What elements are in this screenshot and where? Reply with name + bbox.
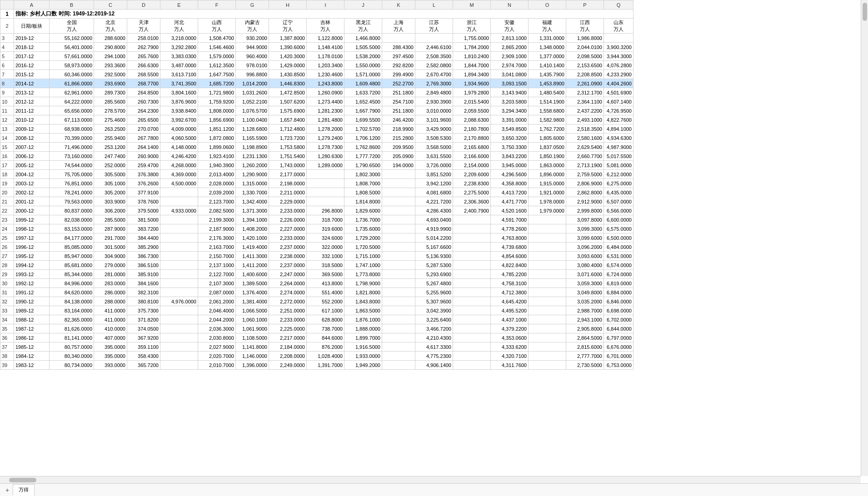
cell-36-3[interactable]: 365.7200 [127, 361, 160, 370]
cell-35-3[interactable]: 358.4300 [127, 352, 160, 361]
cell-13-11[interactable]: 3,631.5500 [415, 152, 453, 161]
cell-33-16[interactable]: 6,797.0000 [604, 333, 634, 342]
cell-13-5[interactable]: 1,923.4100 [198, 152, 236, 161]
cell-1-1[interactable]: 56,401.0000 [50, 43, 94, 52]
cell-0-11[interactable] [415, 34, 453, 43]
cell-9-14[interactable]: 1,582.9800 [529, 115, 566, 124]
cell-1-3[interactable]: 262.7900 [127, 43, 160, 52]
cell-13-1[interactable]: 73,160.0000 [50, 152, 94, 161]
col-header-D[interactable]: D [127, 0, 160, 10]
cell-22-3[interactable]: 384.4400 [127, 233, 160, 243]
cell-25-5[interactable]: 2,137.1000 [198, 261, 236, 270]
cell-35-1[interactable]: 80,340.0000 [50, 352, 94, 361]
cell-18-14[interactable]: 1,978.0000 [529, 197, 566, 206]
cell-25-6[interactable]: 1,411.2000 [236, 261, 269, 270]
cell-10-14[interactable]: 1,762.7200 [529, 124, 566, 134]
cell-9-16[interactable]: 4,822.7600 [604, 115, 634, 124]
table-row[interactable]: 311991-1284,620.0000286.0000382.31002,08… [0, 288, 634, 297]
cell-10-11[interactable]: 3,429.9000 [415, 124, 453, 134]
cell-4-13[interactable]: 3,041.0800 [491, 70, 529, 79]
cell-27-5[interactable]: 2,107.3000 [198, 279, 236, 288]
cell-7-6[interactable]: 1,052.2100 [236, 97, 269, 106]
cell-21-8[interactable]: 319.6000 [307, 224, 344, 233]
cell-14-1[interactable]: 74,544.0000 [50, 161, 94, 170]
table-row[interactable]: 241998-1283,153.0000287.9000383.72002,18… [0, 224, 634, 233]
cell-35-4[interactable] [160, 352, 198, 361]
cell-21-15[interactable]: 3,099.3000 [566, 224, 604, 233]
cell-2-9[interactable]: 1,538.2000 [344, 52, 382, 61]
cell-23-13[interactable]: 4,739.6800 [491, 243, 529, 252]
cell-8-6[interactable]: 1,076.5700 [236, 106, 269, 115]
cell-3-12[interactable]: 1,844.7000 [453, 61, 491, 70]
cell-21-2[interactable]: 287.9000 [94, 224, 127, 233]
cell-34-5[interactable]: 2,027.9000 [198, 342, 236, 352]
cell-10-7[interactable]: 1,712.4800 [269, 124, 307, 134]
cell-35-16[interactable]: 6,701.0000 [604, 352, 634, 361]
cell-21-12[interactable] [453, 224, 491, 233]
cell-36-2[interactable]: 393.0000 [94, 361, 127, 370]
cell-25-15[interactable]: 3,080.4000 [566, 261, 604, 270]
cell-30-6[interactable]: 1,066.5000 [236, 306, 269, 315]
cell-29-11[interactable]: 5,307.9600 [415, 297, 453, 306]
col-header-B[interactable]: B [50, 0, 94, 10]
cell-11-1[interactable]: 70,399.0000 [50, 134, 94, 143]
cell-32-9[interactable]: 1,888.0000 [344, 324, 382, 333]
cell-27-12[interactable] [453, 279, 491, 288]
cell-1-7[interactable]: 1,390.6000 [269, 43, 307, 52]
cell-16-10[interactable] [382, 179, 415, 188]
cell-17-13[interactable]: 4,413.7200 [491, 188, 529, 197]
cell-21-0[interactable]: 1998-12 [14, 224, 50, 233]
cell-20-14[interactable] [529, 215, 566, 224]
cell-4-12[interactable]: 1,894.3400 [453, 70, 491, 79]
cell-23-14[interactable] [529, 243, 566, 252]
cell-15-4[interactable]: 4,369.0000 [160, 170, 198, 179]
cell-35-13[interactable]: 4,320.7100 [491, 352, 529, 361]
cell-23-9[interactable]: 1,720.5000 [344, 243, 382, 252]
cell-13-4[interactable]: 4,246.4200 [160, 152, 198, 161]
cell-20-10[interactable] [382, 215, 415, 224]
cell-0-8[interactable]: 1,122.8000 [307, 34, 344, 43]
cell-25-0[interactable]: 1994-12 [14, 261, 50, 270]
cell-29-12[interactable] [453, 297, 491, 306]
cell-6-8[interactable]: 1,260.0900 [307, 88, 344, 97]
cell-31-3[interactable]: 371.8200 [127, 315, 160, 324]
col-header-L[interactable]: L [415, 0, 453, 10]
add-sheet-button[interactable]: + [2, 486, 13, 495]
cell-12-16[interactable]: 4,987.9000 [604, 143, 634, 152]
cell-30-11[interactable]: 3,042.3900 [415, 306, 453, 315]
cell-1-9[interactable]: 1,505.5000 [344, 43, 382, 52]
cell-11-0[interactable]: 2008-12 [14, 134, 50, 143]
cell-2-6[interactable]: 960.4000 [236, 52, 269, 61]
cell-4-15[interactable]: 2,208.8500 [566, 70, 604, 79]
v-scrollbar-thumb[interactable] [863, 3, 867, 21]
cell-30-16[interactable]: 6,698.0000 [604, 306, 634, 315]
cell-32-12[interactable] [453, 324, 491, 333]
cell-13-2[interactable]: 247.7400 [94, 152, 127, 161]
cell-33-11[interactable]: 4,210.4300 [415, 333, 453, 342]
cell-11-6[interactable]: 1,165.5900 [236, 134, 269, 143]
cell-25-8[interactable]: 318.5000 [307, 261, 344, 270]
cell-16-11[interactable]: 3,942.1200 [415, 179, 453, 188]
cell-31-13[interactable]: 4,437.1000 [491, 315, 529, 324]
cell-24-9[interactable]: 1,715.1000 [344, 252, 382, 261]
cell-36-9[interactable]: 1,949.2000 [344, 361, 382, 370]
cell-23-8[interactable]: 322.0000 [307, 243, 344, 252]
cell-21-16[interactable]: 6,575.0000 [604, 224, 634, 233]
cell-19-3[interactable]: 379.5000 [127, 206, 160, 215]
table-row[interactable]: 261996-1285,085.0000301.5000385.29002,16… [0, 243, 634, 252]
cell-25-1[interactable]: 85,681.0000 [50, 261, 94, 270]
cell-9-10[interactable]: 246.4200 [382, 115, 415, 124]
cell-22-16[interactable]: 6,500.0000 [604, 233, 634, 243]
cell-14-2[interactable]: 252.0000 [94, 161, 127, 170]
cell-27-16[interactable]: 6,819.0000 [604, 279, 634, 288]
cell-2-16[interactable]: 3,944.3000 [604, 52, 634, 61]
cell-4-4[interactable]: 3,613.7100 [160, 70, 198, 79]
cell-15-16[interactable]: 6,212.0000 [604, 170, 634, 179]
table-row[interactable]: 62016-1258,973.0000293.3600266.63003,487… [0, 61, 634, 70]
cell-26-0[interactable]: 1993-12 [14, 270, 50, 279]
cell-35-7[interactable]: 2,208.0000 [269, 352, 307, 361]
cell-30-2[interactable]: 411.0000 [94, 306, 127, 315]
cell-31-6[interactable]: 1,060.1000 [236, 315, 269, 324]
cell-5-13[interactable]: 3,093.1500 [491, 79, 529, 88]
cell-10-9[interactable]: 1,702.5700 [344, 124, 382, 134]
